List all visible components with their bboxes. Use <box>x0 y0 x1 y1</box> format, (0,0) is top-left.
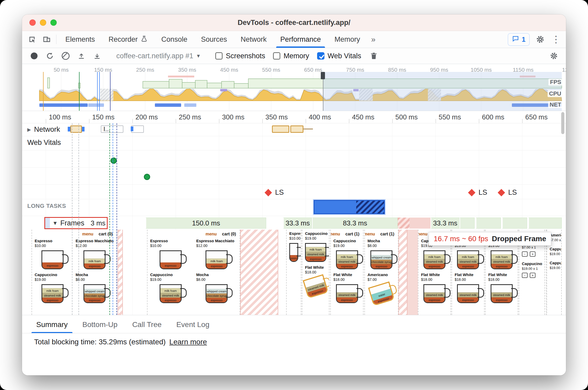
coffee-cup[interactable]: whipped creamchocolate syrupespresso <box>76 282 114 305</box>
network-request-bar[interactable]: I... <box>101 125 123 133</box>
layout-shift-diamond-icon[interactable] <box>265 189 272 196</box>
tab-recorder[interactable]: Recorder <box>102 31 155 48</box>
coffee-cup[interactable]: steamed milkespresso <box>455 282 481 305</box>
coffee-cup[interactable]: milk foamsteamed milkespresso <box>305 240 326 263</box>
frame-segment[interactable] <box>528 218 562 229</box>
coffee-cup[interactable]: milk foamsteamed milkespresso <box>488 248 515 271</box>
increment-button[interactable]: + <box>530 273 536 278</box>
clear-recordings-button[interactable] <box>59 50 72 62</box>
load-profile-button[interactable] <box>75 50 88 62</box>
overview-strip[interactable]: 50 ms150 ms250 ms350 ms450 ms550 ms650 m… <box>22 64 566 111</box>
bottom-tab-event-log[interactable]: Event Log <box>170 316 216 333</box>
coffee-cup[interactable]: whipped creamchocolate syrupespresso <box>196 282 237 305</box>
coffee-cup[interactable]: waterespresso <box>368 282 395 305</box>
coffee-cup[interactable]: steamed milkespresso <box>333 282 360 305</box>
filmstrip-screenshot[interactable]: menucart (0)Espresso$10.00espressoEspres… <box>147 230 240 315</box>
nav-cart-link[interactable]: cart (0) <box>222 232 236 236</box>
selection-handle[interactable] <box>82 127 85 131</box>
nav-cart-link[interactable]: cart (0) <box>99 232 113 236</box>
frame-segment[interactable] <box>502 218 527 229</box>
tab-performance[interactable]: Performance <box>274 31 328 48</box>
coffee-cup[interactable]: espresso <box>150 248 191 271</box>
device-toolbar-icon[interactable] <box>39 31 54 48</box>
nav-menu-link[interactable]: menu <box>330 232 340 236</box>
coffee-cup[interactable]: milk foamsteamed milkespresso <box>421 248 448 271</box>
coffee-cup[interactable]: steamed milkespresso <box>421 282 448 305</box>
checkbox-box-web-vitals[interactable] <box>317 52 324 60</box>
network-track-header[interactable]: ▶ Network <box>27 125 60 134</box>
bottom-tab-call-tree[interactable]: Call Tree <box>126 316 168 333</box>
network-request-bar[interactable] <box>131 125 144 133</box>
nav-cart-link[interactable]: cart (1) <box>380 232 394 236</box>
checkbox-box-screenshots[interactable] <box>215 52 223 60</box>
frame-segment[interactable] <box>476 218 501 229</box>
frame-segment[interactable]: 83.3 ms <box>312 218 398 229</box>
profile-select[interactable]: coffee-cart.netlify.app #1 ▾ <box>113 52 203 60</box>
nav-cart-link[interactable]: cart (1) <box>345 232 359 236</box>
vertical-scrollbar[interactable] <box>561 112 564 134</box>
bottom-tab-summary[interactable]: Summary <box>30 316 74 333</box>
coffee-cup[interactable]: whipped creamchocolate syrupespresso <box>368 248 395 271</box>
zoom-button[interactable] <box>50 19 57 26</box>
coffee-cup[interactable]: espresso <box>289 240 298 263</box>
tab-sources[interactable]: Sources <box>194 31 234 48</box>
perf-settings-gear-icon[interactable] <box>547 50 561 62</box>
filmstrip-screenshot[interactable]: menucart (1)Cappuccino$19.00milk foamste… <box>330 230 364 315</box>
web-vitals-marker[interactable] <box>144 174 150 180</box>
filmstrip-screenshot[interactable]: Espresso$10.00espresso <box>286 230 301 315</box>
learn-more-link[interactable]: Learn more <box>169 338 207 346</box>
nav-menu-link[interactable]: menu <box>82 232 93 236</box>
nav-menu-link[interactable]: menu <box>364 232 375 236</box>
tab-console[interactable]: Console <box>155 31 194 48</box>
checkbox-box-memory[interactable] <box>273 52 280 60</box>
frame-segment[interactable]: 33.3 ms <box>283 218 312 229</box>
coffee-cup[interactable]: milk foamsteamed milkespresso <box>150 282 191 305</box>
long-task-bar[interactable] <box>314 200 385 214</box>
filmstrip-screenshot[interactable]: Cappuccino$19.00milk foamsteamed milkesp… <box>302 230 329 315</box>
frame-segment[interactable]: 150.0 ms <box>145 218 266 229</box>
disclosure-triangle-icon[interactable]: ▼ <box>52 220 58 226</box>
coffee-cup[interactable]: milk foamespresso <box>76 248 114 271</box>
decrement-button[interactable]: - <box>522 251 528 257</box>
layout-shift-diamond-icon[interactable] <box>468 189 475 196</box>
layout-shift-diamond-icon[interactable] <box>498 189 505 196</box>
minimize-button[interactable] <box>40 19 46 26</box>
checkbox-screenshots[interactable]: Screenshots <box>215 52 265 60</box>
more-tabs-button[interactable]: » <box>367 31 380 48</box>
devtools-settings-gear-icon[interactable] <box>533 35 548 44</box>
timeline-tracks[interactable]: ▶ Network I... Web Vitals LS LS LS <box>22 123 566 315</box>
checkbox-web-vitals[interactable]: Web Vitals <box>317 52 361 60</box>
timeline-ruler[interactable]: 100 ms150 ms200 ms250 ms300 ms350 ms400 … <box>22 111 566 123</box>
dropped-frame-segment[interactable] <box>398 218 410 229</box>
bottom-tab-bottom-up[interactable]: Bottom-Up <box>76 316 124 333</box>
inspect-element-icon[interactable] <box>25 31 39 48</box>
save-profile-button[interactable] <box>90 50 104 62</box>
nav-menu-link[interactable]: menu <box>206 232 217 236</box>
increment-button[interactable]: + <box>530 251 536 257</box>
frame-segment[interactable] <box>459 218 475 229</box>
tab-network[interactable]: Network <box>234 31 274 48</box>
record-button[interactable] <box>27 50 41 62</box>
titlebar[interactable]: DevTools - coffee-cart.netlify.app/ <box>22 14 566 31</box>
network-request-bar[interactable] <box>290 125 303 133</box>
trash-icon[interactable] <box>367 50 381 62</box>
coffee-cup[interactable]: milk foamsteamed milkespresso <box>35 282 70 305</box>
issues-button[interactable]: 1 <box>508 33 530 46</box>
reload-and-record-button[interactable] <box>43 50 57 62</box>
coffee-cup[interactable]: steamed milkespresso <box>488 282 515 305</box>
disclosure-triangle-icon[interactable]: ▶ <box>27 127 31 133</box>
kebab-menu-icon[interactable]: ⋮ <box>551 34 561 45</box>
frame-segment[interactable]: 33.3 ms <box>430 218 459 229</box>
coffee-cup[interactable]: espresso <box>35 248 70 271</box>
web-vitals-marker[interactable] <box>111 157 117 164</box>
nav-menu-link[interactable]: menu <box>418 232 428 236</box>
selection-handle[interactable] <box>68 127 70 131</box>
dropped-frame-segment[interactable] <box>410 218 430 229</box>
filmstrip-screenshot[interactable]: menucart (1)Mocha$8.00whipped creamchoco… <box>364 230 398 315</box>
frames-track-header[interactable]: ▼ Frames 3 ms <box>44 217 108 229</box>
filmstrip-screenshot[interactable]: menucart (0)Espresso$10.00espressoEspres… <box>32 230 117 315</box>
coffee-cup[interactable]: milk foamespresso <box>196 248 237 271</box>
checkbox-memory[interactable]: Memory <box>273 52 309 60</box>
network-request-bar[interactable] <box>272 125 289 133</box>
close-button[interactable] <box>29 19 36 26</box>
